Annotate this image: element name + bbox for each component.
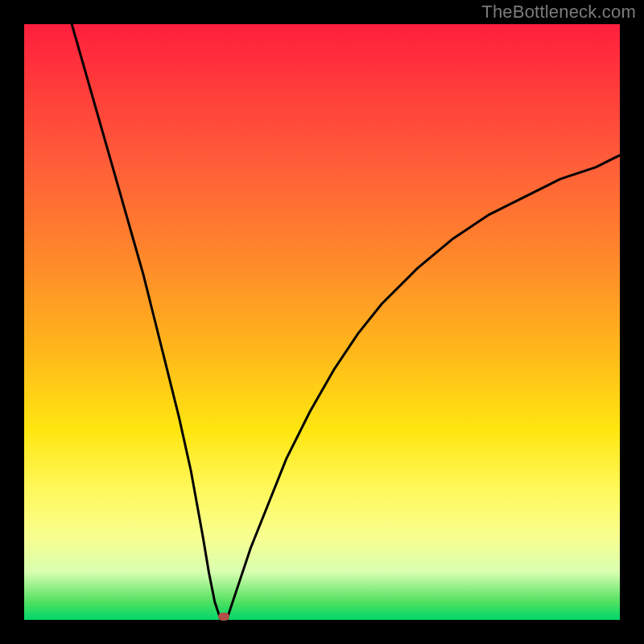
bottleneck-marker (218, 613, 229, 621)
curve-left-branch (72, 24, 221, 620)
attribution-text: TheBottleneck.com (481, 2, 636, 23)
curve-right-branch (227, 155, 620, 620)
plot-area (24, 24, 620, 620)
bottleneck-curve (24, 24, 620, 620)
chart-frame: TheBottleneck.com (0, 0, 644, 644)
